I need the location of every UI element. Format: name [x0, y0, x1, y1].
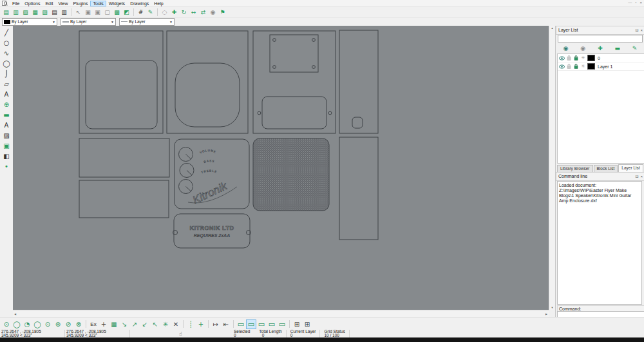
panel-speaker-cutout[interactable] — [167, 31, 248, 133]
panel-side-top[interactable] — [339, 30, 378, 133]
circle-tool-icon[interactable]: ○ — [1, 37, 12, 48]
vertical-scrollbar[interactable]: ▲ ▼ — [549, 26, 555, 310]
grid-icon[interactable]: # — [136, 8, 146, 17]
menu-item[interactable]: Drawings — [128, 1, 151, 6]
layer-lock-icon[interactable] — [566, 55, 572, 61]
layer-visible-eye-icon[interactable] — [559, 56, 565, 61]
panel-mid-left-2[interactable] — [79, 180, 169, 218]
close-panel-icon[interactable]: × — [640, 26, 643, 34]
view-4-icon[interactable]: ▭ — [267, 319, 277, 329]
measure-tool-icon[interactable]: ▬ — [1, 109, 12, 120]
image-tool-icon[interactable]: ▣ — [1, 140, 12, 151]
drawing-canvas[interactable]: VOLUME BASS TREBLE Kitronik — [13, 26, 549, 310]
view-5-icon[interactable]: ▭ — [277, 319, 287, 329]
text-tool-icon[interactable]: A — [1, 120, 12, 130]
name-plate[interactable]: KITRONIK LTD REQUIRES 2xAA — [173, 214, 251, 248]
layer-construction-icon[interactable]: ✳ — [580, 55, 586, 61]
layer-visible-eye-icon[interactable] — [559, 64, 565, 69]
set-relative-zero-icon[interactable]: ↦ — [211, 319, 221, 329]
add-layer-button[interactable]: ✚ — [593, 44, 607, 52]
hatch-tool-icon[interactable]: ▨ — [1, 130, 12, 140]
menu-item[interactable]: Widgets — [106, 1, 128, 6]
horizontal-scrollbar[interactable]: ◀ ▶ — [13, 310, 549, 317]
snap-tangent-icon[interactable]: ↖ — [150, 319, 160, 329]
menu-item[interactable]: View — [55, 1, 70, 6]
snap-angle-2-icon[interactable]: ↗ — [129, 319, 140, 329]
copy-icon[interactable]: ▣ — [83, 8, 93, 17]
view-1-icon[interactable]: ▭ — [236, 319, 246, 329]
dock-tab[interactable]: Library Browser — [557, 165, 593, 172]
zoom-pointer-icon[interactable]: ◉ — [208, 8, 218, 17]
restore-window-icon[interactable]: ▫ — [635, 0, 636, 6]
snap-entity-icon[interactable]: ◯ — [32, 319, 43, 329]
split-view-left-icon[interactable]: ⊞ — [292, 319, 302, 329]
minimize-window-icon[interactable]: — — [628, 0, 632, 6]
open-file-icon[interactable]: ▨ — [21, 8, 30, 17]
dimension-tool-icon[interactable]: A — [1, 89, 12, 99]
snap-circle-icon[interactable]: ◌ — [160, 8, 169, 17]
snap-auto-icon[interactable]: ✳ — [160, 319, 171, 329]
layer-lock-icon[interactable] — [566, 64, 572, 69]
restrict-ex-button[interactable]: Ex — [88, 319, 99, 329]
edit-layer-button[interactable]: ✎ — [628, 44, 642, 52]
zoom-window-icon[interactable]: ▩ — [112, 8, 122, 17]
lock-relative-zero-icon[interactable]: ⇤ — [221, 319, 231, 329]
snap-distance-icon[interactable]: ⊘ — [63, 319, 73, 329]
menu-item[interactable]: Options — [22, 1, 43, 6]
stretch-flag-icon[interactable]: ⚑ — [218, 8, 227, 17]
print-preview-icon[interactable]: ▥ — [59, 8, 69, 17]
dock-tab[interactable]: Layer List — [618, 164, 643, 172]
float-panel-icon[interactable]: ⊡ — [635, 173, 638, 180]
menu-item[interactable]: Edit — [43, 1, 55, 6]
move-icon[interactable]: ✚ — [169, 8, 179, 17]
remove-layer-button[interactable]: ▬ — [611, 44, 625, 52]
save-icon[interactable]: ▦ — [30, 8, 40, 17]
snap-endpoint-icon[interactable]: ◔ — [22, 319, 32, 329]
snap-angle-icon[interactable]: ↘ — [119, 319, 129, 329]
menu-item[interactable]: Plugins — [71, 1, 91, 6]
width-combobox[interactable]: By Layer ▼ — [61, 18, 116, 26]
print-icon[interactable]: ▤ — [50, 8, 59, 17]
view-2-icon[interactable]: ▭ — [246, 319, 256, 329]
close-panel-icon[interactable]: × — [640, 173, 643, 180]
menu-item[interactable]: File — [10, 1, 22, 6]
draft-pencil-icon[interactable]: ✎ — [146, 8, 155, 17]
grid-snap-icon[interactable]: ▦ — [109, 319, 119, 329]
scale-icon[interactable]: ↔ — [189, 8, 198, 17]
layer-print-lock-icon[interactable] — [573, 64, 579, 69]
zoom-auto-icon[interactable]: ◩ — [122, 8, 131, 17]
hide-all-layers-button[interactable]: ◉ — [576, 44, 590, 52]
panel-pcb-mount[interactable] — [253, 31, 336, 133]
scroll-right-icon[interactable]: ▶ — [544, 312, 549, 316]
show-all-layers-button[interactable]: ◉ — [558, 44, 573, 52]
restrict-horizontal-icon[interactable]: + — [196, 319, 206, 329]
new-file-icon[interactable]: ▤ — [1, 8, 11, 17]
restrict-vertical-icon[interactable]: ┊ — [185, 319, 196, 329]
new-from-template-icon[interactable]: ▥ — [11, 8, 21, 17]
restrict-nothing-icon[interactable]: + — [99, 319, 109, 329]
panel-mid-left-1[interactable] — [79, 138, 169, 177]
block-tool-icon[interactable]: ◧ — [1, 151, 12, 161]
polyline-tool-icon[interactable]: ⌡ — [1, 68, 12, 79]
snap-center-icon[interactable]: ⊙ — [43, 319, 53, 329]
point-tool-icon[interactable]: • — [1, 161, 12, 171]
selection-window-icon[interactable]: ▢ — [102, 8, 112, 17]
dimension-leader-icon[interactable]: ▱ — [1, 79, 12, 89]
rotate-icon[interactable]: ↻ — [179, 8, 189, 17]
snap-free-icon[interactable]: ⊙ — [1, 319, 12, 329]
save-as-icon[interactable]: ▧ — [40, 8, 50, 17]
color-combobox[interactable]: By Layer ▼ — [2, 18, 57, 26]
panel-side-bottom[interactable] — [339, 137, 378, 240]
spline-tool-icon[interactable]: ∿ — [1, 48, 12, 58]
0[interactable]: ✳ 0 — [558, 54, 644, 62]
panel-controls[interactable]: VOLUME BASS TREBLE Kitronik — [175, 139, 249, 209]
line-tool-icon[interactable]: ╱ — [1, 27, 12, 37]
float-panel-icon[interactable]: ⊡ — [635, 26, 638, 34]
menu-item[interactable]: Help — [151, 1, 166, 6]
ellipse-tool-icon[interactable]: ◯ — [1, 58, 12, 68]
scroll-down-icon[interactable]: ▼ — [550, 305, 555, 310]
snap-off-icon[interactable]: ✕ — [171, 319, 181, 329]
view-3-icon[interactable]: ▭ — [256, 319, 267, 329]
split-view-right-icon[interactable]: ⊞ — [302, 319, 312, 329]
mirror-icon[interactable]: ⇄ — [198, 8, 208, 17]
